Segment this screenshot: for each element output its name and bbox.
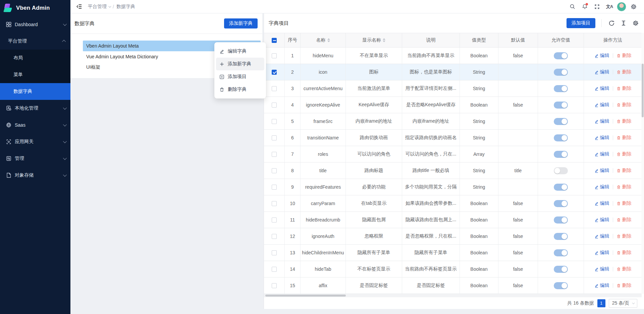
allow-empty-toggle[interactable] bbox=[554, 167, 568, 174]
sidebar-item-object-storage[interactable]: 对象存储 bbox=[0, 167, 70, 184]
delete-button[interactable]: 删除 bbox=[616, 118, 632, 124]
delete-button[interactable]: 删除 bbox=[616, 266, 632, 272]
avatar[interactable] bbox=[617, 2, 626, 11]
allow-empty-toggle[interactable] bbox=[554, 233, 568, 240]
edit-button[interactable]: 编辑 bbox=[594, 53, 609, 59]
bell-icon[interactable] bbox=[580, 2, 590, 12]
row-checkbox[interactable] bbox=[272, 201, 277, 206]
allow-empty-toggle[interactable] bbox=[554, 102, 568, 109]
context-menu-item[interactable]: 删除字典 bbox=[216, 83, 264, 96]
delete-button[interactable]: 删除 bbox=[616, 53, 632, 59]
add-item-button[interactable]: 添加项目 bbox=[567, 18, 595, 28]
delete-button[interactable]: 删除 bbox=[616, 135, 632, 141]
delete-button[interactable]: 删除 bbox=[616, 233, 632, 239]
edit-button[interactable]: 编辑 bbox=[594, 135, 609, 141]
allow-empty-toggle[interactable] bbox=[554, 184, 568, 191]
sidebar-collapse-icon[interactable] bbox=[75, 3, 83, 11]
row-checkbox[interactable] bbox=[272, 217, 277, 223]
row-checkbox[interactable] bbox=[272, 168, 277, 173]
breadcrumb-parent[interactable]: 平台管理 bbox=[88, 4, 110, 10]
sidebar-item-localization[interactable]: 本地化管理 bbox=[0, 100, 70, 117]
allow-empty-toggle[interactable] bbox=[554, 216, 568, 224]
table-row: 1 hideMenu 不在菜单显示 当前路由不再菜单显示 Boolean fal… bbox=[264, 48, 644, 64]
row-checkbox[interactable] bbox=[272, 135, 277, 140]
row-height-icon[interactable] bbox=[620, 19, 627, 27]
page-size-select[interactable]: 25 条/页 bbox=[609, 299, 637, 308]
edit-button[interactable]: 编辑 bbox=[594, 151, 609, 157]
scrollbar-thumb[interactable] bbox=[265, 295, 346, 297]
allow-empty-toggle[interactable] bbox=[554, 52, 568, 59]
column-header-display-name[interactable]: 显示名称 bbox=[346, 33, 402, 47]
allow-empty-toggle[interactable] bbox=[554, 249, 568, 256]
gear-icon[interactable] bbox=[629, 2, 639, 12]
sidebar-item-dashboard[interactable]: Dashboard bbox=[0, 16, 70, 33]
row-checkbox[interactable] bbox=[272, 86, 277, 91]
delete-button[interactable]: 删除 bbox=[616, 168, 632, 174]
sidebar-item-menu[interactable]: 菜单 bbox=[0, 66, 70, 83]
delete-button[interactable]: 删除 bbox=[616, 250, 632, 256]
context-menu-item[interactable]: 编辑字典 bbox=[216, 45, 264, 58]
delete-button[interactable]: 删除 bbox=[616, 102, 632, 108]
allow-empty-toggle[interactable] bbox=[554, 200, 568, 207]
row-checkbox[interactable] bbox=[272, 53, 277, 58]
edit-button[interactable]: 编辑 bbox=[594, 200, 609, 206]
fullscreen-icon[interactable] bbox=[592, 2, 602, 12]
delete-button[interactable]: 删除 bbox=[616, 184, 632, 190]
delete-button[interactable]: 删除 bbox=[616, 200, 632, 206]
select-all-checkbox[interactable] bbox=[264, 33, 285, 47]
allow-empty-toggle[interactable] bbox=[554, 282, 568, 289]
sort-icon[interactable] bbox=[383, 38, 385, 42]
scrollbar-thumb[interactable] bbox=[642, 64, 644, 117]
allow-empty-toggle[interactable] bbox=[554, 151, 568, 158]
row-checkbox[interactable] bbox=[272, 70, 277, 75]
horizontal-scrollbar[interactable] bbox=[264, 294, 642, 297]
delete-button[interactable]: 删除 bbox=[616, 69, 632, 75]
delete-button[interactable]: 删除 bbox=[616, 282, 632, 289]
edit-button[interactable]: 编辑 bbox=[594, 184, 609, 190]
vertical-scrollbar[interactable] bbox=[641, 33, 644, 294]
edit-button[interactable]: 编辑 bbox=[594, 102, 609, 108]
edit-button[interactable]: 编辑 bbox=[594, 250, 609, 256]
row-checkbox[interactable] bbox=[272, 119, 277, 124]
row-checkbox[interactable] bbox=[272, 234, 277, 239]
edit-button[interactable]: 编辑 bbox=[594, 85, 609, 91]
sidebar-item-layout[interactable]: 布局 bbox=[0, 50, 70, 66]
edit-button[interactable]: 编辑 bbox=[594, 282, 609, 289]
allow-empty-toggle[interactable] bbox=[554, 118, 568, 125]
edit-button[interactable]: 编辑 bbox=[594, 217, 609, 223]
edit-button[interactable]: 编辑 bbox=[594, 233, 609, 239]
row-checkbox[interactable] bbox=[272, 152, 277, 157]
allow-empty-toggle[interactable] bbox=[554, 85, 568, 92]
translate-icon[interactable]: 文A bbox=[604, 2, 614, 12]
row-checkbox[interactable] bbox=[272, 283, 277, 288]
sidebar-item-saas[interactable]: Saas bbox=[0, 117, 70, 133]
allow-empty-toggle[interactable] bbox=[554, 266, 568, 273]
sidebar-item-manage[interactable]: 管理 bbox=[0, 150, 70, 167]
allow-empty-toggle[interactable] bbox=[554, 69, 568, 76]
sort-icon[interactable] bbox=[327, 38, 330, 42]
context-menu-item[interactable]: 添加项目 bbox=[216, 70, 264, 83]
row-checkbox[interactable] bbox=[272, 103, 277, 108]
allow-empty-toggle[interactable] bbox=[554, 134, 568, 141]
page-number-button[interactable]: 1 bbox=[597, 299, 605, 307]
add-dictionary-button[interactable]: 添加新字典 bbox=[224, 18, 258, 28]
search-icon[interactable] bbox=[567, 2, 577, 12]
delete-button[interactable]: 删除 bbox=[616, 85, 632, 91]
delete-button[interactable]: 删除 bbox=[616, 217, 632, 223]
column-header-name[interactable]: 名称 bbox=[301, 33, 346, 47]
gear-icon[interactable] bbox=[632, 19, 639, 27]
sidebar-item-data-dictionary[interactable]: 数据字典 bbox=[0, 83, 70, 100]
delete-button[interactable]: 删除 bbox=[616, 151, 632, 157]
row-checkbox[interactable] bbox=[272, 250, 277, 255]
edit-button[interactable]: 编辑 bbox=[594, 69, 609, 75]
app-logo[interactable]: Vben Admin bbox=[0, 0, 70, 16]
context-menu-item[interactable]: 添加新字典 bbox=[216, 58, 264, 70]
row-checkbox[interactable] bbox=[272, 267, 277, 272]
edit-button[interactable]: 编辑 bbox=[594, 168, 609, 174]
refresh-icon[interactable] bbox=[608, 19, 615, 27]
sidebar-item-gateway[interactable]: 应用网关 bbox=[0, 133, 70, 150]
row-checkbox[interactable] bbox=[272, 185, 277, 190]
edit-button[interactable]: 编辑 bbox=[594, 266, 609, 272]
sidebar-item-platform[interactable]: 平台管理 bbox=[0, 33, 70, 50]
edit-button[interactable]: 编辑 bbox=[594, 118, 609, 124]
